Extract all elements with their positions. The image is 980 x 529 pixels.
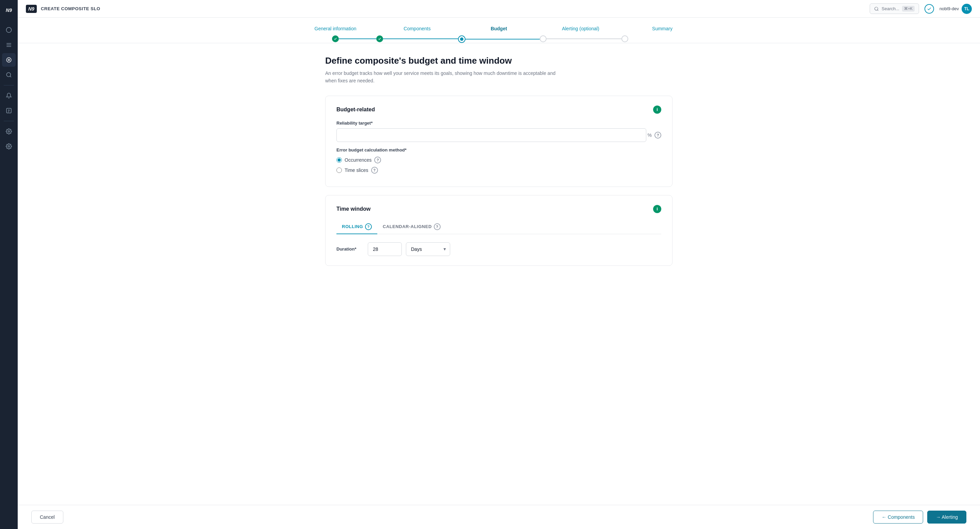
step-line-1 [339,38,376,39]
stepper: General information Components [18,18,980,43]
svg-point-12 [8,146,10,148]
sidebar-item-alerts[interactable] [2,89,16,102]
navbar-left: N9 CREATE COMPOSITE SLO [26,5,100,13]
reliability-field-row: % ? [336,128,661,142]
svg-point-0 [6,28,11,33]
sidebar-divider-1 [4,85,14,86]
step-indicator-summary [621,35,703,42]
radio-time-slices-label: Time slices [345,167,368,173]
tab-rolling[interactable]: ROLLING ? [336,220,377,234]
step-alerting: Alerting (optional) [540,26,621,42]
step-label-summary: Summary [652,26,673,31]
search-label: Search... [881,6,899,11]
time-window-card: Time window i ROLLING ? CALENDAR-ALIGNED… [325,195,673,266]
sidebar-item-reports[interactable] [2,104,16,118]
content-area: General information Components [18,18,980,529]
radio-occurrences-input[interactable] [336,157,342,163]
radio-occurrences[interactable]: Occurrences ? [336,157,661,164]
search-bar[interactable]: Search... ⌘+K [870,3,919,14]
app-logo-badge: N9 [26,5,37,13]
navbar-right: Search... ⌘+K nobl9-dev TL [870,3,972,14]
duration-row: Duration* Days Hours Minutes ▼ [336,242,661,256]
step-label-components: Components [404,26,430,31]
duration-unit-select[interactable]: Days Hours Minutes [406,242,450,256]
step-label-budget: Budget [491,26,507,31]
step-circle-general [332,35,339,42]
reliability-input[interactable] [336,128,646,142]
page-title: Define composite's budget and time windo… [325,56,673,66]
budget-info-icon[interactable]: i [653,105,661,114]
tab-calendar-aligned[interactable]: CALENDAR-ALIGNED ? [377,220,446,234]
username: nobl9-dev [939,6,959,11]
step-line-2 [383,38,458,39]
svg-point-13 [875,7,878,10]
radio-time-slices-input[interactable] [336,167,342,173]
next-button[interactable]: → Alerting [927,511,966,524]
radio-time-slices[interactable]: Time slices ? [336,167,661,174]
main-content: N9 CREATE COMPOSITE SLO Search... ⌘+K no… [18,0,980,529]
step-line-3 [466,39,540,40]
calendar-help-icon[interactable]: ? [434,223,441,230]
navbar: N9 CREATE COMPOSITE SLO Search... ⌘+K no… [18,0,980,18]
user-section[interactable]: nobl9-dev TL [939,4,972,14]
time-window-card-title: Time window [336,206,371,212]
step-circle-alerting [540,35,547,42]
sidebar-logo: N9 [3,4,15,16]
budget-card-header: Budget-related i [336,105,661,114]
step-label-general-information: General information [315,26,356,31]
avatar: TL [962,4,972,14]
step-indicator-budget [458,35,540,43]
budget-card: Budget-related i Reliability target* % ?… [325,96,673,187]
sidebar-item-list[interactable] [2,38,16,52]
footer: Cancel ← Components → Alerting [18,505,980,529]
step-indicator-alerting [540,35,621,42]
sidebar-item-slo[interactable] [2,53,16,67]
step-general-information: General information [294,26,376,42]
reliability-help-icon[interactable]: ? [654,132,661,138]
step-circle-summary [621,35,628,42]
step-indicator-general [294,35,376,42]
duration-label: Duration* [336,246,364,251]
sidebar-item-admin[interactable] [2,140,16,153]
rolling-help-icon[interactable]: ? [365,223,372,230]
app-logo: N9 [26,5,37,13]
step-circle-components [376,35,383,42]
method-label: Error budget calculation method* [336,148,661,153]
page-body: Define composite's budget and time windo… [312,43,686,308]
sidebar-item-home[interactable] [2,23,16,37]
cancel-button[interactable]: Cancel [31,511,63,524]
sidebar-item-settings[interactable] [2,125,16,138]
footer-right: ← Components → Alerting [873,511,966,524]
reliability-suffix: % [648,132,652,138]
svg-point-4 [6,57,11,62]
duration-unit-wrapper: Days Hours Minutes ▼ [406,242,450,256]
step-label-alerting: Alerting (optional) [562,26,599,31]
step-budget: Budget [458,26,540,43]
step-indicator-components [376,35,458,42]
time-window-card-header: Time window i [336,205,661,213]
back-button[interactable]: ← Components [873,511,923,524]
occurrences-help-icon[interactable]: ? [374,157,381,164]
step-components: Components [376,26,458,42]
time-slices-help-icon[interactable]: ? [371,167,378,174]
search-icon [874,6,879,11]
search-shortcut: ⌘+K [902,6,915,11]
svg-point-6 [6,73,11,76]
app-title: CREATE COMPOSITE SLO [41,6,100,11]
svg-point-11 [8,131,10,132]
radio-occurrences-label: Occurrences [345,157,372,163]
status-check-icon[interactable] [924,4,934,14]
sidebar-divider-2 [4,121,14,121]
budget-card-title: Budget-related [336,106,375,113]
sidebar: N9 [0,0,18,529]
svg-point-5 [8,59,10,61]
duration-input[interactable] [368,242,402,256]
step-summary: Summary [621,26,703,42]
time-window-info-icon[interactable]: i [653,205,661,213]
sidebar-item-search[interactable] [2,68,16,82]
time-window-tabs: ROLLING ? CALENDAR-ALIGNED ? [336,220,661,234]
stepper-steps: General information Components [31,26,966,43]
step-line-4 [547,38,621,39]
page-subtitle: An error budget tracks how well your ser… [325,70,557,85]
step-circle-budget [458,35,466,43]
